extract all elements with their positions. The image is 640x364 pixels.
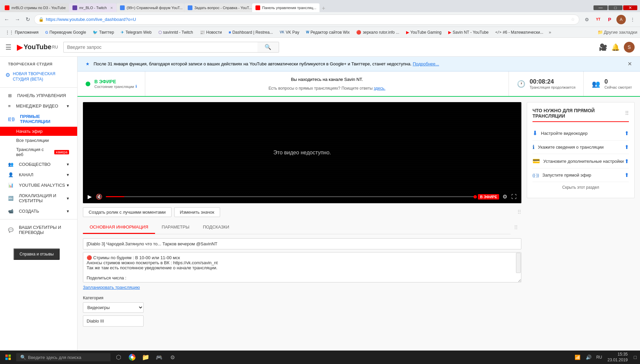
sidebar-item-community[interactable]: 👥 СООБЩЕСТВО ▾ bbox=[0, 159, 77, 170]
bookmark-ytgaming[interactable]: ▶ YouTube Gaming bbox=[403, 29, 445, 35]
bookmark-wix[interactable]: W Редактор сайтов Wix bbox=[303, 29, 353, 35]
notification-tray-icon[interactable]: □ bbox=[632, 355, 639, 360]
sidebar-item-video-manager[interactable]: ≡ МЕНЕДЖЕР ВИДЕО ▾ bbox=[0, 101, 77, 111]
bookmark-news[interactable]: 📰 Новости bbox=[197, 29, 224, 35]
video-progress-bar[interactable] bbox=[106, 196, 475, 197]
sidebar-item-analytics[interactable]: 📊 YOUTUBE ANALYTICS ▾ bbox=[0, 180, 77, 190]
notification-icon[interactable]: 🔔 bbox=[611, 43, 620, 51]
golive-action-icon[interactable]: ⬆ bbox=[624, 172, 629, 178]
encoder-action-icon[interactable]: ⬆ bbox=[624, 130, 629, 136]
info-action-icon[interactable]: ⬆ bbox=[624, 144, 629, 150]
sidebar-item-dashboard[interactable]: ⊞ ПАНЕЛЬ УПРАВЛЕНИЯ bbox=[0, 90, 77, 101]
play-button[interactable]: ▶ bbox=[87, 193, 92, 201]
description-textarea[interactable]: 🔴 Стримы по будням : В 10-00 или 11-00 м… bbox=[83, 252, 521, 282]
game-input[interactable]: Diablo III bbox=[83, 315, 144, 327]
yt-logo[interactable]: ▶ YouTubeRU bbox=[17, 42, 58, 52]
banner-close-button[interactable]: ✕ bbox=[628, 61, 632, 67]
camera-icon[interactable]: 🎥 bbox=[599, 43, 607, 51]
forward-button[interactable]: → bbox=[13, 15, 22, 24]
info-icon[interactable]: ℹ bbox=[135, 84, 137, 89]
tab-1[interactable]: mrBLO стримы по D3 - YouTube ✕ bbox=[1, 3, 69, 12]
tab-params[interactable]: ПАРАМЕТРЫ bbox=[155, 221, 196, 234]
taskbar-cortana[interactable]: ⬡ bbox=[112, 351, 125, 364]
taskbar-lang[interactable]: RU bbox=[595, 355, 603, 360]
fullscreen-button[interactable]: ⛶ bbox=[511, 193, 517, 201]
action-grid-icon[interactable]: ⠿ bbox=[517, 209, 521, 215]
notification-link[interactable]: Подробнее... bbox=[413, 61, 439, 66]
bookmark-savinnt[interactable]: ▶ Savin NT - YouTube bbox=[446, 29, 491, 35]
tab-2[interactable]: mr_BLO - Twitch ✕ bbox=[69, 3, 116, 12]
menu-button[interactable]: ☰ bbox=[5, 43, 11, 51]
youtube-ext-icon[interactable]: YT bbox=[593, 15, 603, 24]
right-panel-grid-icon[interactable]: ⠿ bbox=[625, 110, 629, 117]
taskbar-search[interactable]: 🔍 Введите здесь для поиска bbox=[16, 353, 111, 361]
more-bookmarks[interactable]: » bbox=[549, 30, 551, 35]
tab-main-info[interactable]: ОСНОВНАЯ ИНФОРМАЦИЯ bbox=[83, 221, 155, 234]
browser-menu[interactable]: ⋮ bbox=[628, 15, 637, 24]
start-button[interactable] bbox=[1, 351, 15, 364]
win-maximize[interactable]: □ bbox=[608, 5, 622, 10]
settings-label[interactable]: Установите дополнительные настройки bbox=[543, 159, 624, 164]
tab-close-2[interactable]: ✕ bbox=[110, 6, 113, 10]
volume-icon[interactable]: 🔊 bbox=[584, 355, 593, 360]
bookmark-twitter[interactable]: 🐦 Твиттер bbox=[90, 29, 117, 35]
address-star-icon[interactable]: ☆ bbox=[571, 17, 575, 22]
extensions-icon[interactable]: ⚙ bbox=[582, 15, 591, 24]
reload-button[interactable]: ↻ bbox=[24, 15, 31, 24]
bookmark-dashboard[interactable]: ■ Dashboard | Restrea... bbox=[226, 29, 276, 35]
sidebar-new-studio[interactable]: ⚙ НОВАЯ ТВОРЧЕСКАЯ СТУДИЯ (BETA) bbox=[0, 69, 77, 85]
bookmark-telegram[interactable]: ✈ Telegram Web bbox=[118, 29, 154, 35]
bookmark-apps[interactable]: ⋮⋮ Приложения bbox=[3, 29, 41, 35]
encoder-label[interactable]: Настройте видеокодер bbox=[541, 131, 587, 136]
scrollbar[interactable] bbox=[516, 253, 521, 273]
win-close[interactable]: ✕ bbox=[623, 5, 637, 10]
golive-label[interactable]: Запустите прямой эфир bbox=[542, 173, 591, 178]
change-icon-button[interactable]: Изменить значок bbox=[174, 207, 220, 217]
sidebar-all-streams[interactable]: Все трансляции bbox=[0, 136, 77, 145]
other-bookmarks[interactable]: 📁 Другие закладки bbox=[598, 30, 637, 35]
schedule-link[interactable]: Запланировать трансляцию bbox=[83, 283, 521, 291]
channel-help-link[interactable]: здесь. bbox=[374, 86, 386, 91]
hide-section-button[interactable]: Скрыть этот раздел bbox=[562, 185, 599, 190]
win-minimize[interactable]: — bbox=[593, 5, 608, 10]
sidebar-webcam-stream[interactable]: Трансляция с веб камера bbox=[0, 145, 77, 159]
category-select[interactable]: ВидеоигрыМузыкаСпортИгрыДругое bbox=[83, 302, 144, 313]
bookmark-twitch[interactable]: ⬡ savinntd - Twitch bbox=[156, 29, 196, 35]
tabs-grid-icon[interactable]: ⠿ bbox=[511, 221, 521, 234]
sidebar-item-localization[interactable]: 🔤 ЛОКАЛИЗАЦИЯ И СУБТИТРЫ ▾ bbox=[0, 190, 77, 206]
back-button[interactable]: ← bbox=[3, 15, 11, 24]
sidebar-item-subtitles[interactable]: 💬 ВАШИ СУБТИТРЫ И ПЕРЕВОДЫ bbox=[0, 222, 77, 238]
network-icon[interactable]: 📶 bbox=[573, 355, 582, 360]
taskbar-app1[interactable]: 🎮 bbox=[152, 351, 166, 364]
search-button[interactable]: 🔍 bbox=[257, 42, 279, 53]
taskbar-app2[interactable]: ⚙ bbox=[166, 351, 179, 364]
video-player[interactable]: Это видео недоступно. ▶ 🔇 bbox=[83, 102, 521, 203]
info-label[interactable]: Укажите сведения о трансляции bbox=[538, 145, 604, 150]
bookmark-math[interactable]: </> #6 - Математически... bbox=[493, 29, 546, 35]
tab-4[interactable]: Задать вопрос - Справка - YouT... ✕ bbox=[184, 3, 252, 12]
search-input[interactable] bbox=[63, 42, 257, 53]
new-tab-button[interactable]: + bbox=[320, 5, 328, 12]
tab-3[interactable]: (99+) Справочный форум YouT... ✕ bbox=[117, 3, 184, 12]
sidebar-item-live[interactable]: ((·)) ПРЯМЫЕ ТРАНСЛЯЦИИ bbox=[0, 111, 77, 127]
browser-profile[interactable]: A bbox=[616, 15, 626, 24]
tab-5[interactable]: Панель управления трансляц... ✕ bbox=[252, 3, 319, 12]
help-button[interactable]: Справка и отзывы bbox=[13, 248, 60, 260]
taskbar-chrome[interactable] bbox=[125, 351, 139, 364]
bookmark-translate[interactable]: G Переводчик Google bbox=[42, 29, 89, 35]
bookmark-rutor[interactable]: 🔴 зеркало rutor.info ... bbox=[354, 29, 402, 35]
settings-video-button[interactable]: ⚙ bbox=[502, 193, 508, 201]
sidebar-item-create[interactable]: 📹 СОЗДАТЬ ▾ bbox=[0, 206, 77, 216]
title-input[interactable]: [Diablo 3] Чародей.Затянуло что то... Та… bbox=[83, 238, 521, 249]
user-avatar[interactable]: S bbox=[624, 42, 635, 53]
tab-hints[interactable]: ПОДСКАЗКИ bbox=[196, 221, 236, 234]
create-clip-button[interactable]: Создать ролик с лучшими моментами bbox=[83, 207, 172, 217]
settings-action-icon[interactable]: ⬆ bbox=[624, 158, 629, 164]
mute-button[interactable]: 🔇 bbox=[95, 193, 103, 201]
sidebar-start-live[interactable]: Начать эфир bbox=[0, 127, 77, 136]
bookmark-vkpay[interactable]: VK VK Pay bbox=[277, 29, 302, 35]
address-bar[interactable]: 🔒 https://www.youtube.com/live_dashboard… bbox=[34, 14, 579, 25]
sidebar-item-channel[interactable]: 👤 КАНАЛ ▾ bbox=[0, 170, 77, 180]
pinterest-icon[interactable]: P bbox=[605, 15, 614, 24]
taskbar-explorer[interactable]: 📁 bbox=[139, 351, 152, 364]
